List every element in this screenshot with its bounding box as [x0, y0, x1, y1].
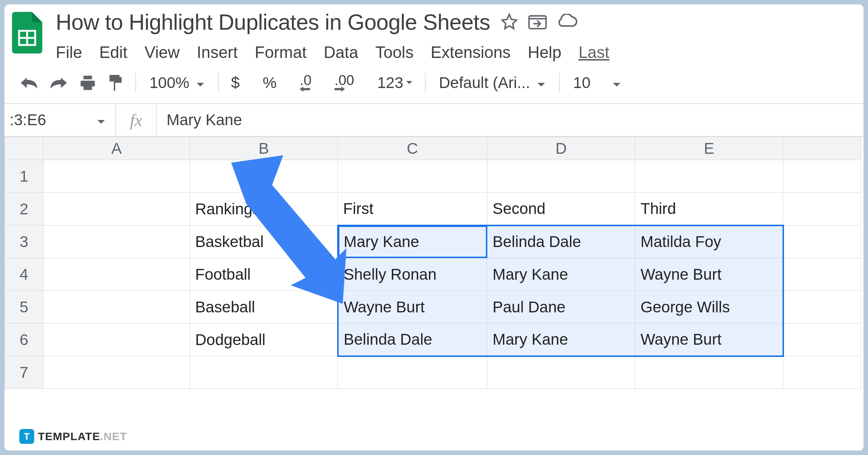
cell-a1[interactable] [43, 160, 190, 193]
menu-tools[interactable]: Tools [375, 43, 414, 62]
chevron-down-icon [97, 111, 106, 129]
cell-c1[interactable] [338, 160, 487, 193]
cloud-status-icon[interactable] [557, 14, 578, 31]
row-header-7[interactable]: 7 [5, 356, 43, 389]
name-box-row: :3:E6 fx Mary Kane [4, 103, 864, 137]
cell-b1[interactable] [190, 160, 338, 193]
cell-a7[interactable] [43, 356, 190, 389]
menu-file[interactable]: File [56, 43, 82, 62]
menu-data[interactable]: Data [324, 43, 358, 62]
row-header-3[interactable]: 3 [5, 225, 43, 258]
column-header-a[interactable]: A [43, 137, 190, 160]
menu-last-edit[interactable]: Last [578, 43, 609, 62]
chevron-down-icon [196, 74, 205, 92]
print-button[interactable] [74, 74, 102, 91]
formula-bar[interactable]: Mary Kane [157, 111, 242, 129]
chevron-down-icon [537, 74, 546, 92]
cell-e6[interactable]: Wayne Burt [635, 324, 783, 356]
watermark: T TEMPLATE.NET [19, 429, 127, 444]
menu-help[interactable]: Help [528, 43, 562, 62]
fx-icon: fx [116, 104, 157, 136]
menu-view[interactable]: View [145, 43, 180, 62]
move-icon[interactable] [528, 14, 547, 31]
row-header-6[interactable]: 6 [5, 324, 43, 356]
increase-decimal-button[interactable]: .00 [329, 74, 359, 92]
column-header-c[interactable]: C [338, 137, 487, 160]
cell-a5[interactable] [43, 291, 190, 324]
title-row: How to Highlight Duplicates in Google Sh… [56, 10, 856, 35]
row-header-4[interactable]: 4 [5, 258, 43, 291]
cell-d7[interactable] [487, 356, 635, 389]
redo-button[interactable] [44, 76, 74, 90]
cell-f6[interactable] [783, 324, 861, 356]
column-header-e[interactable]: E [635, 137, 783, 160]
cell-e1[interactable] [635, 160, 783, 193]
decrease-decimal-button[interactable]: .0 [294, 74, 317, 92]
cell-a2[interactable] [43, 193, 190, 225]
cell-f4[interactable] [783, 258, 861, 291]
zoom-value: 100% [149, 74, 189, 92]
cell-f3[interactable] [783, 225, 861, 258]
more-formats-dropdown[interactable]: 123 [372, 74, 418, 92]
sheets-logo[interactable] [12, 12, 42, 53]
menu-extensions[interactable]: Extensions [430, 43, 510, 62]
column-header-b[interactable]: B [190, 137, 338, 160]
cell-e3[interactable]: Matilda Foy [635, 225, 783, 258]
cell-b7[interactable] [190, 356, 338, 389]
cell-d3[interactable]: Belinda Dale [487, 225, 635, 258]
cell-c4[interactable]: Shelly Ronan [338, 258, 487, 291]
row-header-5[interactable]: 5 [5, 291, 43, 324]
cell-c5[interactable]: Wayne Burt [338, 291, 487, 324]
cell-f1[interactable] [783, 160, 861, 193]
cell-c7[interactable] [338, 356, 487, 389]
cell-c2[interactable]: First [338, 193, 487, 225]
row-header-2[interactable]: 2 [5, 193, 43, 225]
cell-f5[interactable] [783, 291, 861, 324]
column-header-d[interactable]: D [487, 137, 635, 160]
toolbar: 100% $ % .0 .00 123 Default (Ari... [4, 62, 864, 103]
font-size-dropdown[interactable]: 10 [567, 74, 628, 92]
cell-d1[interactable] [487, 160, 635, 193]
cell-e7[interactable] [635, 356, 783, 389]
percent-button[interactable]: % [258, 74, 282, 92]
cell-a4[interactable] [43, 258, 190, 291]
cell-b2[interactable]: Rankings [190, 193, 338, 225]
cell-e4[interactable]: Wayne Burt [635, 258, 783, 291]
menu-format[interactable]: Format [255, 43, 306, 62]
zoom-dropdown[interactable]: 100% [143, 74, 212, 92]
cell-f7[interactable] [783, 356, 861, 389]
document-title[interactable]: How to Highlight Duplicates in Google Sh… [56, 10, 490, 35]
paint-format-button[interactable] [102, 74, 129, 92]
watermark-logo: T [19, 429, 34, 444]
cell-d2[interactable]: Second [487, 193, 635, 225]
cell-c3[interactable]: Mary Kane [338, 225, 487, 258]
cell-e5[interactable]: George Wills [635, 291, 783, 324]
undo-button[interactable] [14, 76, 44, 90]
app-window: How to Highlight Duplicates in Google Sh… [4, 4, 864, 451]
column-header-blank[interactable] [783, 137, 861, 160]
cell-b6[interactable]: Dodgeball [190, 324, 338, 356]
cell-c6[interactable]: Belinda Dale [338, 324, 487, 356]
cell-b4[interactable]: Football [190, 258, 338, 291]
cell-a3[interactable] [43, 225, 190, 258]
cell-d4[interactable]: Mary Kane [487, 258, 635, 291]
cell-e2[interactable]: Third [635, 193, 783, 225]
chevron-down-icon [612, 74, 621, 92]
cell-d6[interactable]: Mary Kane [487, 324, 635, 356]
select-all-corner[interactable] [5, 137, 43, 160]
cell-b5[interactable]: Baseball [190, 291, 338, 324]
row-header-1[interactable]: 1 [5, 160, 43, 193]
name-box[interactable]: :3:E6 [4, 104, 116, 136]
cell-b3[interactable]: Basketbal [190, 225, 338, 258]
cell-d5[interactable]: Paul Dane [487, 291, 635, 324]
cell-f2[interactable] [783, 193, 861, 225]
star-icon[interactable] [501, 13, 518, 32]
name-box-value: :3:E6 [10, 111, 46, 129]
title-area: How to Highlight Duplicates in Google Sh… [56, 10, 856, 62]
font-dropdown[interactable]: Default (Ari... [432, 74, 552, 92]
currency-button[interactable]: $ [226, 74, 245, 92]
menu-insert[interactable]: Insert [197, 43, 238, 62]
toolbar-separator [218, 73, 219, 93]
cell-a6[interactable] [43, 324, 190, 356]
menu-edit[interactable]: Edit [99, 43, 128, 62]
